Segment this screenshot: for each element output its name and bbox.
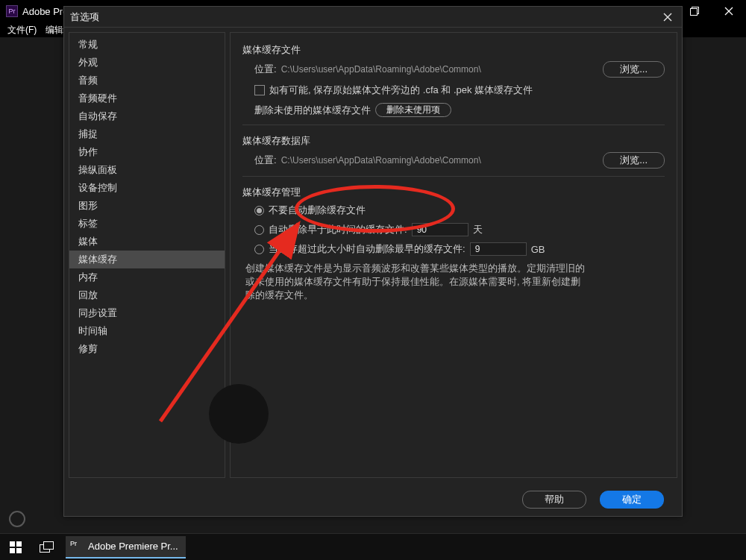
radio-delete-oversize[interactable] — [254, 245, 264, 254]
media-cache-mgmt-title: 媒体缓存管理 — [242, 186, 665, 199]
radio-no-auto-delete[interactable] — [254, 206, 264, 215]
dialog-title: 首选项 — [70, 10, 99, 24]
svg-rect-8 — [10, 541, 15, 547]
days-unit: 天 — [473, 223, 483, 236]
sidebar-item[interactable]: 回放 — [69, 286, 225, 304]
task-view-button[interactable] — [31, 534, 63, 561]
radio-no-auto-delete-label: 不要自动删除缓存文件 — [269, 204, 366, 217]
dialog-close-button[interactable] — [659, 9, 676, 25]
days-input[interactable] — [412, 223, 468, 236]
sidebar-item[interactable]: 音频硬件 — [69, 89, 225, 107]
save-beside-checkbox[interactable] — [254, 85, 265, 95]
mgmt-info-text: 创建媒体缓存文件是为显示音频波形和改善某些媒体类型的播放。定期清理旧的或未使用的… — [242, 262, 586, 302]
save-beside-label: 如有可能, 保存原始媒体文件旁边的 .cfa 和 .pek 媒体缓存文件 — [269, 84, 533, 97]
sidebar-item[interactable]: 媒体 — [69, 233, 225, 251]
menu-file[interactable]: 文件(F) — [7, 24, 37, 37]
sidebar-item[interactable]: 设备控制 — [69, 179, 225, 197]
location-label: 位置: — [254, 63, 277, 76]
db-location-label: 位置: — [254, 154, 277, 167]
sidebar-item[interactable]: 音频 — [69, 72, 225, 89]
svg-rect-11 — [16, 548, 22, 553]
dialog-titlebar: 首选项 — [64, 7, 682, 28]
taskbar-task-premiere[interactable]: Pr Adobe Premiere Pr... — [66, 536, 186, 559]
media-cache-db-title: 媒体缓存数据库 — [242, 134, 665, 148]
app-icon: Pr — [6, 5, 18, 17]
sidebar-item[interactable]: 常规 — [69, 36, 225, 54]
sidebar-item[interactable]: 标签 — [69, 215, 225, 233]
taskbar-app-icon: Pr — [70, 540, 84, 553]
sidebar-item[interactable]: 同步设置 — [69, 304, 225, 322]
sidebar-item[interactable]: 图形 — [69, 197, 225, 215]
sidebar-item[interactable]: 协作 — [69, 143, 225, 161]
size-unit: GB — [531, 244, 545, 255]
browse-db-button[interactable]: 浏览... — [603, 152, 665, 169]
preferences-content: 媒体缓存文件 位置: C:\Users\user\AppData\Roaming… — [230, 32, 677, 478]
help-button[interactable]: 帮助 — [522, 491, 586, 509]
sidebar-item[interactable]: 媒体缓存 — [69, 251, 225, 268]
sidebar-item[interactable]: 时间轴 — [69, 322, 225, 340]
sidebar-item[interactable]: 捕捉 — [69, 125, 225, 143]
sidebar-item[interactable]: 内存 — [69, 268, 225, 286]
db-location-path: C:\Users\user\AppData\Roaming\Adobe\Comm… — [281, 155, 481, 166]
taskbar: Pr Adobe Premiere Pr... — [0, 533, 746, 560]
svg-rect-9 — [16, 541, 22, 547]
sidebar-item[interactable]: 自动保存 — [69, 107, 225, 125]
menu-edit[interactable]: 编辑 — [46, 24, 63, 37]
taskbar-task-title: Adobe Premiere Pr... — [88, 541, 178, 552]
media-cache-files-title: 媒体缓存文件 — [242, 43, 665, 57]
svg-rect-13 — [44, 541, 54, 549]
radio-delete-older[interactable] — [254, 225, 264, 235]
delete-unused-label: 删除未使用的媒体缓存文件 — [254, 104, 371, 117]
ok-button[interactable]: 确定 — [600, 491, 664, 509]
sidebar-item[interactable]: 修剪 — [69, 340, 225, 358]
sidebar-item[interactable]: 外观 — [69, 54, 225, 72]
preferences-dialog: 首选项 常规外观音频音频硬件自动保存捕捉协作操纵面板设备控制图形标签媒体媒体缓存… — [63, 6, 683, 517]
creative-cloud-icon[interactable] — [9, 511, 25, 527]
delete-unused-button[interactable]: 删除未使用项 — [375, 103, 451, 117]
window-close-icon[interactable] — [712, 0, 746, 22]
svg-rect-10 — [10, 548, 15, 553]
dark-circle-shape — [209, 384, 269, 444]
cache-location-path: C:\Users\user\AppData\Roaming\Adobe\Comm… — [281, 64, 481, 75]
start-button[interactable] — [0, 534, 31, 561]
preferences-sidebar: 常规外观音频音频硬件自动保存捕捉协作操纵面板设备控制图形标签媒体媒体缓存内存回放… — [69, 32, 225, 478]
radio-delete-oversize-label: 当缓存超过此大小时自动删除最早的缓存文件: — [269, 242, 466, 256]
radio-delete-older-label: 自动删除早于此时间的缓存文件: — [269, 223, 407, 236]
browse-cache-button[interactable]: 浏览... — [603, 61, 665, 78]
svg-rect-1 — [691, 9, 698, 16]
sidebar-item[interactable]: 操纵面板 — [69, 161, 225, 179]
size-input[interactable] — [470, 242, 527, 256]
